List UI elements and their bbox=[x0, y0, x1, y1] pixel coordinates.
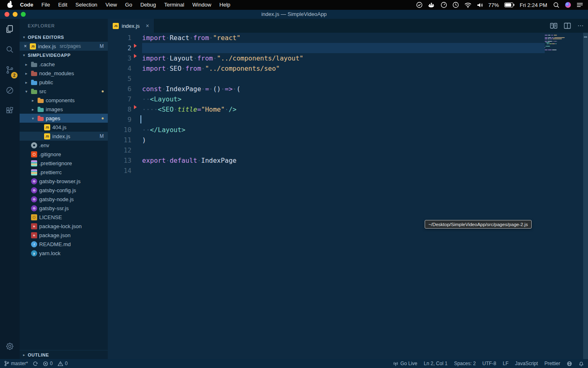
volume-icon[interactable] bbox=[477, 2, 483, 8]
debug-view-button[interactable] bbox=[0, 80, 20, 101]
menubar-item-file[interactable]: File bbox=[38, 2, 54, 8]
project-section-header[interactable]: ▾ SIMPLEVIDEOAPP bbox=[20, 51, 108, 60]
tree-item-.env[interactable]: .env bbox=[20, 141, 108, 150]
more-actions-icon[interactable]: ⋯ bbox=[577, 24, 584, 28]
code-line-13[interactable]: 13export·default·IndexPage bbox=[108, 155, 588, 166]
menubar-clock[interactable]: Fri 2:24 PM bbox=[520, 2, 547, 8]
spotlight-icon[interactable] bbox=[553, 2, 559, 8]
warnings-item[interactable]: 0 bbox=[58, 361, 68, 366]
tree-item-.prettierrc[interactable]: .prettierrc bbox=[20, 168, 108, 177]
chevron-down-icon[interactable]: ▾ bbox=[24, 89, 29, 94]
tree-item-.gitignore[interactable]: .gitignore bbox=[20, 150, 108, 159]
minimap[interactable] bbox=[545, 35, 582, 52]
menubar-item-code[interactable]: Code bbox=[16, 2, 38, 8]
overview-ruler[interactable] bbox=[583, 33, 588, 359]
apple-menu-icon[interactable] bbox=[7, 2, 13, 8]
tree-item-src[interactable]: ▾src bbox=[20, 87, 108, 96]
open-changes-icon[interactable] bbox=[550, 22, 557, 29]
code-line-7[interactable]: 7··<Layout> bbox=[108, 94, 588, 104]
code-line-14[interactable]: 14 bbox=[108, 166, 588, 176]
tree-item-gatsby-node.js[interactable]: Ggatsby-node.js bbox=[20, 195, 108, 204]
explorer-view-button[interactable] bbox=[0, 19, 20, 39]
gauge-app-icon[interactable] bbox=[441, 2, 447, 8]
zoom-button[interactable] bbox=[21, 12, 26, 17]
menubar-item-edit[interactable]: Edit bbox=[54, 2, 71, 8]
code-line-11[interactable]: 11) bbox=[108, 135, 588, 145]
close-button[interactable] bbox=[4, 12, 9, 17]
tree-item-README.md[interactable]: iREADME.md bbox=[20, 240, 108, 249]
tree-item-.prettierignore[interactable]: .prettierignore bbox=[20, 159, 108, 168]
outline-header[interactable]: ▸ OUTLINE bbox=[20, 350, 108, 359]
tree-item-pages[interactable]: ▾pages bbox=[20, 114, 108, 123]
code-line-12[interactable]: 12 bbox=[108, 145, 588, 155]
encoding-setting[interactable]: UTF-8 bbox=[482, 361, 496, 366]
chevron-right-icon[interactable]: ▸ bbox=[24, 80, 29, 85]
extensions-view-button[interactable] bbox=[0, 101, 20, 121]
control-center-icon[interactable] bbox=[577, 2, 583, 7]
menubar-item-debug[interactable]: Debug bbox=[136, 2, 160, 8]
tree-item-node_modules[interactable]: ▸node_modules bbox=[20, 69, 108, 78]
tree-item-gatsby-config.js[interactable]: Ggatsby-config.js bbox=[20, 186, 108, 195]
chevron-right-icon[interactable]: ▸ bbox=[24, 62, 29, 67]
menubar-item-help[interactable]: Help bbox=[215, 2, 234, 8]
code-line-3[interactable]: 3import·Layout·from·"../components/layou… bbox=[108, 53, 588, 63]
menubar-item-terminal[interactable]: Terminal bbox=[160, 2, 188, 8]
code-line-5[interactable]: 5 bbox=[108, 74, 588, 84]
code-area[interactable]: 1import·React·from·"react"23import·Layou… bbox=[108, 33, 588, 359]
code-line-2[interactable]: 2 bbox=[108, 43, 588, 53]
tree-item-package-lock.json[interactable]: npackage-lock.json bbox=[20, 222, 108, 231]
notifications-button[interactable] bbox=[579, 361, 584, 366]
tree-item-404.js[interactable]: JS404.js bbox=[20, 123, 108, 132]
menubar-item-view[interactable]: View bbox=[101, 2, 121, 8]
chevron-right-icon[interactable]: ▸ bbox=[30, 107, 36, 112]
tree-item-.cache[interactable]: ▸.cache bbox=[20, 60, 108, 69]
language-mode[interactable]: JavaScript bbox=[515, 361, 538, 366]
settings-button[interactable] bbox=[0, 336, 20, 357]
code-line-8[interactable]: 8····<SEO·title="Home"·/> bbox=[108, 104, 588, 114]
menubar-item-window[interactable]: Window bbox=[188, 2, 215, 8]
menubar-item-selection[interactable]: Selection bbox=[71, 2, 101, 8]
formatter-status[interactable]: Prettier bbox=[544, 361, 560, 366]
checkmark-app-icon[interactable] bbox=[416, 2, 423, 8]
tree-item-gatsby-ssr.js[interactable]: Ggatsby-ssr.js bbox=[20, 204, 108, 213]
source-control-view-button[interactable]: 2 bbox=[0, 60, 20, 80]
tree-item-gatsby-browser.js[interactable]: Ggatsby-browser.js bbox=[20, 177, 108, 186]
menubar-item-go[interactable]: Go bbox=[121, 2, 136, 8]
tab-index-js[interactable]: JS index.js × bbox=[108, 19, 154, 33]
open-editor-item[interactable]: × JS index.js src/pages M bbox=[20, 42, 108, 51]
chevron-down-icon[interactable]: ▾ bbox=[30, 116, 36, 121]
errors-item[interactable]: 0 bbox=[43, 361, 53, 366]
code-line-1[interactable]: 1import·React·from·"react" bbox=[108, 33, 588, 43]
open-editors-header[interactable]: ▾ OPEN EDITORS bbox=[20, 33, 108, 42]
window-titlebar[interactable]: index.js — SimpleVideoApp bbox=[0, 10, 588, 19]
tree-item-package.json[interactable]: npackage.json bbox=[20, 231, 108, 240]
tree-item-yarn.lock[interactable]: yyarn.lock bbox=[20, 249, 108, 258]
tree-item-LICENSE[interactable]: LICENSE bbox=[20, 213, 108, 222]
code-line-9[interactable]: 9 bbox=[108, 114, 588, 125]
sync-button[interactable] bbox=[33, 361, 38, 366]
feedback-button[interactable] bbox=[567, 361, 572, 366]
eol-setting[interactable]: LF bbox=[503, 361, 508, 366]
close-icon[interactable]: × bbox=[23, 43, 28, 49]
code-line-10[interactable]: 10··</Layout> bbox=[108, 125, 588, 135]
chevron-right-icon[interactable]: ▸ bbox=[30, 98, 36, 103]
siri-icon[interactable] bbox=[565, 2, 571, 8]
code-line-4[interactable]: 4import·SEO·from·"../components/seo" bbox=[108, 63, 588, 74]
minimize-button[interactable] bbox=[13, 12, 18, 17]
cursor-position[interactable]: Ln 2, Col 1 bbox=[424, 361, 448, 366]
search-view-button[interactable] bbox=[0, 39, 20, 60]
tree-item-public[interactable]: ▸public bbox=[20, 78, 108, 87]
split-editor-icon[interactable] bbox=[564, 22, 571, 29]
docker-icon[interactable] bbox=[428, 2, 435, 8]
indentation-setting[interactable]: Spaces: 2 bbox=[454, 361, 476, 366]
code-line-6[interactable]: 6const·IndexPage·=·()·=>·( bbox=[108, 84, 588, 94]
go-live-button[interactable]: Go Live bbox=[393, 361, 417, 366]
tree-item-images[interactable]: ▸images bbox=[20, 105, 108, 114]
chevron-right-icon[interactable]: ▸ bbox=[24, 71, 29, 76]
tree-item-index.js[interactable]: JSindex.jsM bbox=[20, 132, 108, 141]
tree-item-components[interactable]: ▸components bbox=[20, 96, 108, 105]
tab-close-icon[interactable]: × bbox=[146, 22, 149, 29]
wifi-icon[interactable] bbox=[464, 2, 472, 8]
git-branch-item[interactable]: master* bbox=[4, 361, 28, 366]
time-machine-icon[interactable] bbox=[452, 2, 459, 8]
